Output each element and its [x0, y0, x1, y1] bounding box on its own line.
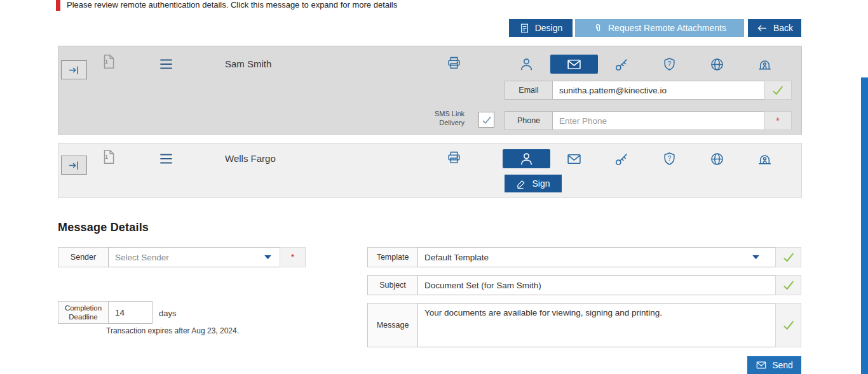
required-asterisk: *	[291, 253, 294, 262]
person-icon	[519, 57, 534, 72]
sender-select[interactable]: Select Sender	[108, 247, 280, 267]
remote-auth-tile[interactable]	[693, 55, 741, 74]
email-input[interactable]	[552, 81, 764, 100]
email-delivery-tile[interactable]	[550, 55, 598, 74]
document-count: 1	[105, 154, 108, 160]
sender-required-indicator: *	[280, 247, 306, 267]
expiration-note: Transaction expires after Aug 23, 2024.	[106, 326, 239, 335]
template-select[interactable]: Default Template	[417, 247, 776, 267]
design-button-label: Design	[535, 23, 563, 33]
remote-auth-tile[interactable]	[693, 149, 741, 168]
required-asterisk: *	[776, 116, 779, 125]
send-button[interactable]: Send	[747, 356, 801, 374]
in-branch-tile[interactable]	[741, 149, 789, 168]
documents-indicator[interactable]: 1	[100, 148, 117, 166]
sign-button[interactable]: Sign	[505, 175, 562, 192]
check-icon	[782, 250, 796, 264]
delivery-method-strip	[503, 55, 789, 74]
check-icon	[782, 278, 796, 292]
chevron-down-icon	[752, 255, 759, 260]
sms-link-delivery-checkbox[interactable]	[478, 112, 494, 128]
in-branch-tile[interactable]	[741, 55, 789, 74]
security-question-tile[interactable]	[646, 149, 693, 168]
blue-side-strip	[861, 77, 868, 374]
routing-order-button[interactable]	[61, 60, 87, 79]
email-delivery-tile[interactable]	[550, 149, 598, 168]
design-document-icon	[519, 23, 530, 34]
completion-deadline-label: Completion Deadline	[58, 301, 109, 324]
document-icon	[100, 148, 117, 166]
document-count: 1	[105, 58, 108, 65]
alert-red-bar	[56, 0, 60, 11]
drag-handle-icon[interactable]	[158, 57, 175, 71]
question-shield-icon	[661, 57, 677, 72]
security-question-tile[interactable]	[646, 55, 693, 74]
question-shield-icon	[661, 151, 677, 167]
sign-button-label: Sign	[532, 178, 550, 189]
back-button[interactable]: Back	[748, 19, 801, 37]
delivery-method-strip	[503, 149, 789, 168]
globe-icon	[709, 151, 725, 167]
key-icon	[614, 57, 630, 72]
recipient-name: Wells Fargo	[225, 153, 276, 164]
template-valid-indicator	[775, 247, 801, 267]
checkbox-check-icon	[481, 114, 492, 126]
document-icon	[100, 53, 117, 70]
request-remote-attachments-label: Request Remote Attachments	[608, 23, 726, 33]
subject-valid-indicator	[775, 275, 801, 295]
check-icon	[771, 83, 785, 97]
phone-input[interactable]	[552, 111, 764, 130]
email-valid-indicator	[764, 81, 792, 100]
email-label: Email	[505, 81, 553, 100]
back-arrow-icon	[756, 23, 768, 34]
chevron-down-icon	[264, 255, 271, 260]
in-person-signer-tile[interactable]	[503, 55, 550, 74]
banner-message: Please review remote authentication deta…	[67, 0, 397, 10]
pen-icon	[516, 178, 527, 189]
routing-order-button[interactable]	[61, 156, 87, 175]
envelope-icon	[566, 57, 582, 72]
notification-banner[interactable]: Please review remote authentication deta…	[56, 0, 801, 11]
branch-icon	[757, 151, 773, 167]
request-remote-attachments-button[interactable]: Request Remote Attachments	[575, 19, 744, 37]
branch-icon	[757, 57, 773, 72]
subject-input[interactable]	[417, 275, 776, 295]
completion-deadline-input[interactable]	[108, 301, 153, 324]
recipient-name: Sam Smith	[225, 58, 271, 69]
message-label: Message	[367, 303, 418, 347]
message-details-title: Message Details	[58, 221, 149, 234]
key-icon	[614, 151, 630, 167]
documents-indicator[interactable]: 1	[100, 53, 117, 70]
passcode-auth-tile[interactable]	[598, 149, 646, 168]
sender-label: Sender	[58, 247, 109, 267]
drag-handle-icon[interactable]	[158, 152, 175, 166]
send-button-label: Send	[772, 360, 793, 370]
globe-icon	[709, 57, 725, 72]
recipient-card-wells-fargo: 1 Wells Fargo Sign	[58, 143, 802, 198]
days-unit-label: days	[159, 309, 176, 318]
sender-select-value: Select Sender	[115, 253, 169, 262]
paperclip-icon	[593, 23, 603, 34]
template-label: Template	[367, 247, 418, 267]
recipient-card-sam-smith: 1 Sam Smith Email SMS Link Delivery Phon…	[58, 46, 802, 135]
print-delivery-icon[interactable]	[446, 150, 462, 166]
template-select-value: Default Template	[424, 253, 489, 262]
routing-arrow-icon	[67, 159, 81, 172]
sms-link-delivery-label: SMS Link Delivery	[423, 109, 465, 127]
phone-required-indicator: *	[764, 111, 792, 130]
print-delivery-icon[interactable]	[446, 55, 462, 71]
envelope-icon	[566, 151, 582, 167]
message-valid-indicator	[775, 303, 801, 347]
esign-delivery-page: Please review remote authentication deta…	[0, 0, 868, 374]
send-envelope-icon	[756, 359, 767, 371]
design-button[interactable]: Design	[509, 19, 573, 37]
subject-label: Subject	[367, 275, 418, 295]
in-person-signer-tile[interactable]	[503, 149, 550, 168]
phone-label: Phone	[505, 111, 553, 130]
back-button-label: Back	[773, 23, 793, 33]
routing-arrow-icon	[67, 63, 81, 77]
passcode-auth-tile[interactable]	[598, 55, 646, 74]
check-icon	[782, 318, 796, 332]
person-icon	[519, 151, 534, 167]
message-textarea[interactable]: Your documents are available for viewing…	[417, 303, 776, 347]
